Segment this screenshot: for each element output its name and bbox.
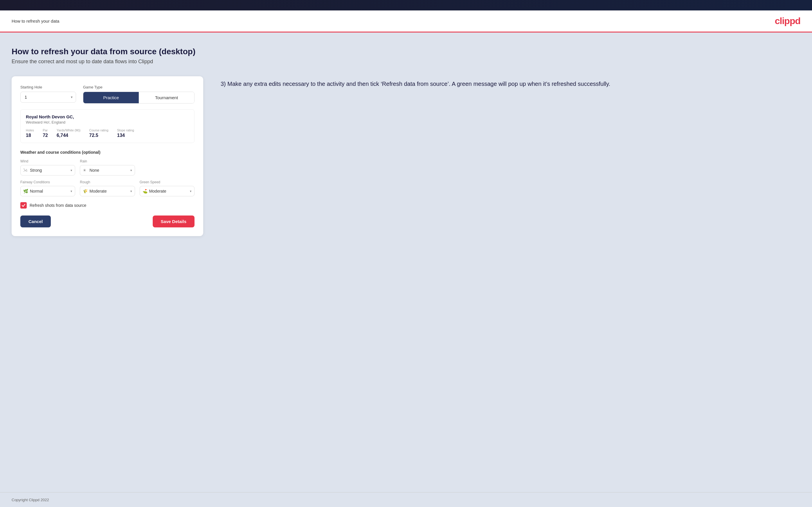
slope-rating-label: Slope rating (117, 128, 134, 132)
header: How to refresh your data clippd (0, 10, 812, 33)
rough-select-wrapper: 🌾 Moderate Light Heavy ▾ (80, 186, 135, 196)
wind-select-wrapper: 🌬 Strong Light None ▾ (20, 165, 75, 175)
green-speed-select-wrapper: ⛳ Moderate Fast Slow ▾ (140, 186, 195, 196)
yards-value: 6,744 (57, 133, 81, 138)
rain-label: Rain (80, 159, 135, 163)
fairway-label: Fairway Conditions (20, 180, 75, 184)
form-card: Starting Hole 1 10 ▾ Game Type Practice … (12, 76, 203, 236)
wind-label: Wind (20, 159, 75, 163)
stat-yards: Yards/White (M)) 6,744 (57, 128, 81, 138)
refresh-checkbox[interactable] (20, 202, 27, 209)
holes-value: 18 (26, 133, 34, 138)
fairway-select[interactable]: Normal Soft Hard (20, 186, 75, 196)
rain-group: Rain ☀ None Light Heavy ▾ (80, 159, 135, 175)
side-description: 3) Make any extra edits necessary to the… (221, 76, 800, 89)
main-content: How to refresh your data from source (de… (0, 33, 812, 492)
stat-holes: Holes 18 (26, 128, 34, 138)
refresh-checkbox-row: Refresh shots from data source (20, 202, 195, 209)
starting-hole-select[interactable]: 1 10 (20, 92, 76, 103)
fairway-group: Fairway Conditions 🌿 Normal Soft Hard ▾ (20, 180, 75, 196)
rough-label: Rough (80, 180, 135, 184)
rain-select[interactable]: None Light Heavy (80, 165, 135, 175)
course-stats: Holes 18 Par 72 Yards/White (M)) 6,744 C… (26, 128, 189, 138)
fairway-select-wrapper: 🌿 Normal Soft Hard ▾ (20, 186, 75, 196)
course-location: Westward Ho!, England (26, 120, 189, 124)
course-info-box: Royal North Devon GC, Westward Ho!, Engl… (20, 109, 195, 143)
practice-button[interactable]: Practice (83, 92, 139, 103)
wind-rain-row: Wind 🌬 Strong Light None ▾ Rain ☀ (20, 159, 195, 175)
tournament-button[interactable]: Tournament (139, 92, 194, 103)
refresh-checkbox-label: Refresh shots from data source (30, 203, 86, 208)
action-row: Cancel Save Details (20, 216, 195, 227)
starting-hole-wrapper: 1 10 ▾ (20, 92, 76, 103)
stat-slope-rating: Slope rating 134 (117, 128, 134, 138)
page-subheading: Ensure the correct and most up to date d… (12, 59, 800, 65)
wind-group: Wind 🌬 Strong Light None ▾ (20, 159, 75, 175)
cancel-button[interactable]: Cancel (20, 216, 51, 227)
top-form-row: Starting Hole 1 10 ▾ Game Type Practice … (20, 85, 195, 104)
header-title: How to refresh your data (12, 18, 59, 23)
page-heading: How to refresh your data from source (de… (12, 47, 800, 56)
holes-label: Holes (26, 128, 34, 132)
course-rating-value: 72.5 (89, 133, 108, 138)
rough-select[interactable]: Moderate Light Heavy (80, 186, 135, 196)
starting-hole-label: Starting Hole (20, 85, 76, 89)
course-name: Royal North Devon GC, (26, 114, 189, 119)
game-type-group: Game Type Practice Tournament (83, 85, 195, 104)
top-bar (0, 0, 812, 10)
par-label: Par (43, 128, 48, 132)
rough-group: Rough 🌾 Moderate Light Heavy ▾ (80, 180, 135, 196)
fairway-rough-green-row: Fairway Conditions 🌿 Normal Soft Hard ▾ … (20, 180, 195, 196)
content-row: Starting Hole 1 10 ▾ Game Type Practice … (12, 76, 800, 236)
green-speed-label: Green Speed (140, 180, 195, 184)
course-rating-label: Course rating (89, 128, 108, 132)
side-note-text: 3) Make any extra edits necessary to the… (221, 79, 800, 89)
footer: Copyright Clippd 2022 (0, 492, 812, 507)
stat-par: Par 72 (43, 128, 48, 138)
save-button[interactable]: Save Details (153, 216, 195, 227)
footer-copyright: Copyright Clippd 2022 (12, 498, 49, 502)
wind-select[interactable]: Strong Light None (20, 165, 75, 175)
slope-rating-value: 134 (117, 133, 134, 138)
weather-section-title: Weather and course conditions (optional) (20, 150, 195, 155)
game-type-label: Game Type (83, 85, 195, 89)
starting-hole-group: Starting Hole 1 10 ▾ (20, 85, 76, 104)
par-value: 72 (43, 133, 48, 138)
logo: clippd (775, 16, 800, 26)
green-speed-group: Green Speed ⛳ Moderate Fast Slow ▾ (140, 180, 195, 196)
green-speed-select[interactable]: Moderate Fast Slow (140, 186, 195, 196)
game-type-buttons: Practice Tournament (83, 92, 195, 104)
rain-select-wrapper: ☀ None Light Heavy ▾ (80, 165, 135, 175)
yards-label: Yards/White (M)) (57, 128, 81, 132)
stat-course-rating: Course rating 72.5 (89, 128, 108, 138)
